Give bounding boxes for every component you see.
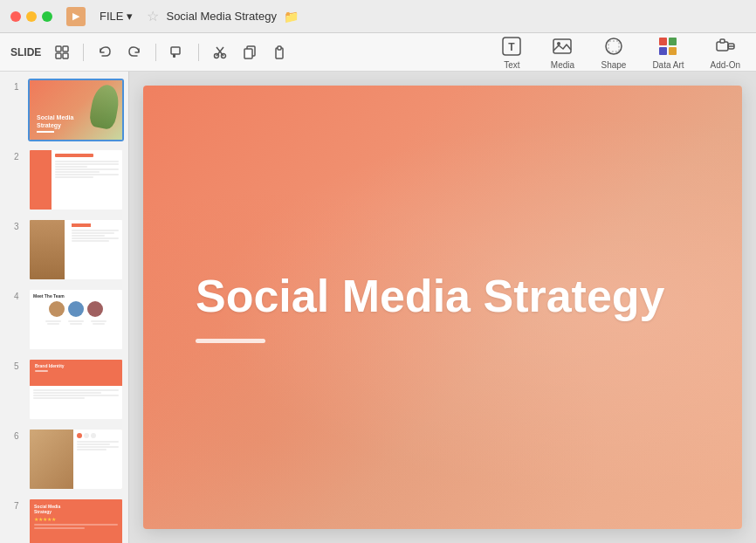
svg-rect-1	[63, 46, 68, 52]
toolbar-left: SLIDE	[10, 40, 489, 65]
svg-text:T: T	[509, 41, 516, 53]
cut-button[interactable]	[208, 40, 232, 65]
slide-thumb-row: 5 Brand Identity	[14, 358, 121, 421]
toolbar-right: T Text Media Shape	[494, 31, 746, 73]
toolbar: SLIDE	[0, 33, 756, 72]
slide-thumb-row: 3	[14, 218, 121, 281]
file-menu-button[interactable]: FILE ▾	[93, 7, 140, 25]
minimize-button[interactable]	[26, 11, 37, 22]
slide-thumb-row: 2	[14, 148, 121, 211]
redo-button[interactable]	[122, 40, 147, 65]
svg-rect-23	[669, 47, 677, 55]
slide-title: Social Media Strategy	[196, 272, 665, 321]
svg-rect-20	[659, 38, 667, 45]
file-dropdown-icon: ▾	[127, 10, 133, 23]
svg-rect-19	[608, 41, 619, 52]
slide-canvas-area: Social Media Strategy	[129, 72, 756, 543]
slide-thumbnail-2[interactable]	[28, 148, 124, 211]
shape-icon	[601, 34, 626, 58]
svg-rect-2	[56, 53, 61, 58]
svg-rect-13	[278, 46, 281, 50]
svg-rect-4	[171, 47, 180, 54]
shape-tool-button[interactable]: Shape	[595, 31, 631, 73]
addon-tool-button[interactable]: Add-On	[705, 31, 746, 73]
slide-thumbnail-7[interactable]: Social MediaStrategy ★★★★★	[28, 498, 124, 543]
data-art-tool-label: Data Art	[652, 60, 684, 70]
slide-number: 4	[14, 288, 23, 301]
title-bar: ▶ FILE ▾ ☆ Social Media Strategy 📁	[0, 0, 756, 33]
media-icon	[550, 34, 574, 58]
data-art-icon	[656, 34, 680, 58]
svg-rect-21	[669, 38, 677, 45]
media-tool-button[interactable]: Media	[545, 31, 580, 73]
slide-decorative-line	[196, 339, 265, 343]
slide-number: 1	[14, 79, 23, 92]
slide-thumbnail-3[interactable]	[28, 218, 124, 281]
slide-thumbnail-4[interactable]: Meet The Team	[28, 288, 124, 351]
text-icon: T	[499, 34, 524, 58]
star-icon[interactable]: ☆	[147, 8, 159, 24]
svg-rect-22	[659, 47, 667, 55]
undo-button[interactable]	[93, 40, 117, 65]
slide-thumbnail-1[interactable]: Social MediaStrategy	[28, 79, 124, 141]
slide-number: 7	[14, 498, 23, 511]
paste-button[interactable]	[267, 40, 292, 65]
format-paint-button[interactable]	[165, 40, 189, 65]
maximize-button[interactable]	[42, 11, 52, 22]
slide-thumbnail-6[interactable]	[28, 428, 124, 491]
slide-thumb-row: 4 Meet The Team	[14, 288, 121, 351]
slide-number: 5	[14, 358, 23, 371]
slide-panel: 1 Social MediaStrategy 2	[0, 72, 129, 543]
svg-rect-0	[56, 46, 61, 52]
document-title: Social Media Strategy	[166, 10, 276, 23]
media-tool-label: Media	[551, 60, 574, 70]
traffic-lights	[10, 11, 52, 22]
main-slide[interactable]: Social Media Strategy	[143, 86, 742, 529]
data-art-tool-button[interactable]: Data Art	[647, 31, 689, 73]
slide-thumb-row: 7 Social MediaStrategy ★★★★★	[14, 498, 121, 543]
shape-tool-label: Shape	[601, 60, 626, 70]
file-label: FILE	[100, 10, 123, 23]
separator-1	[83, 44, 84, 61]
folder-icon[interactable]: 📁	[284, 10, 299, 24]
addon-tool-label: Add-On	[711, 60, 740, 70]
slide-thumb-row: 6	[14, 428, 121, 491]
text-tool-label: Text	[504, 60, 519, 70]
separator-3	[198, 44, 199, 61]
separator-2	[155, 44, 156, 61]
slide-number: 6	[14, 428, 23, 441]
slide-thumbnail-5[interactable]: Brand Identity	[28, 358, 124, 421]
slide-content: Social Media Strategy	[196, 272, 665, 343]
svg-rect-5	[173, 54, 175, 58]
addon-icon	[713, 34, 738, 58]
svg-rect-11	[244, 49, 252, 58]
main-content: 1 Social MediaStrategy 2	[0, 72, 756, 543]
text-tool-button[interactable]: T Text	[494, 31, 529, 73]
slide-thumb-row: 1 Social MediaStrategy	[14, 79, 121, 141]
slide-label: SLIDE	[10, 46, 41, 58]
slide-number: 3	[14, 218, 23, 231]
svg-rect-3	[63, 53, 68, 58]
copy-button[interactable]	[237, 40, 262, 65]
svg-rect-27	[720, 39, 725, 43]
app-icon: ▶	[66, 7, 86, 26]
close-button[interactable]	[10, 11, 21, 22]
layout-button[interactable]	[50, 40, 74, 65]
slide-number: 2	[14, 148, 23, 162]
